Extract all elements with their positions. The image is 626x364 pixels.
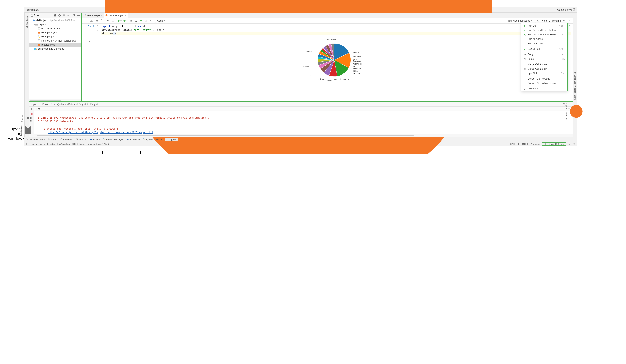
- ctx-debug[interactable]: Debug Cell⌥⇧↩: [521, 47, 567, 51]
- rail-jupyter-variables[interactable]: Jupyter Variables: [565, 103, 585, 120]
- status-lock-icon[interactable]: [568, 143, 571, 145]
- ws-collapse-icon[interactable]: [67, 14, 70, 17]
- stop-button[interactable]: [129, 19, 133, 23]
- bt-problems[interactable]: Problems: [60, 138, 73, 141]
- ctx-to-code[interactable]: Convert Cell to Code: [521, 77, 567, 81]
- copy-button[interactable]: [95, 19, 99, 23]
- tree-file[interactable]: libraries_by_python_version.csv: [29, 39, 81, 43]
- tree-file[interactable]: doc-analytics.csv: [29, 27, 81, 31]
- svg-rect-3: [31, 15, 33, 16]
- status-gear-icon[interactable]: [573, 143, 576, 145]
- status-encoding[interactable]: UTF-8: [522, 143, 528, 145]
- ws-gear-icon[interactable]: [72, 14, 76, 17]
- workspace-scrollbar[interactable]: [29, 99, 81, 101]
- pie-label: os: [309, 75, 311, 77]
- collapse-output-icon[interactable]: ⌄: [83, 39, 96, 42]
- jtw-scrollbar[interactable]: [35, 134, 573, 137]
- rail-database[interactable]: Database: [574, 72, 576, 84]
- trash-button[interactable]: [144, 19, 148, 23]
- breadcrumb-file[interactable]: example.ipynb: [557, 8, 572, 11]
- run-button[interactable]: [118, 19, 122, 23]
- status-le[interactable]: LF: [517, 143, 520, 145]
- svg-point-27: [524, 49, 525, 50]
- tab-example-ipynb[interactable]: example.ipynb×: [104, 13, 128, 18]
- tree-file-selected[interactable]: reports.ipynb: [29, 43, 81, 47]
- ctx-copy[interactable]: Copy⌘C: [521, 52, 567, 57]
- ctx-run-select[interactable]: Run Cell and Select Below⇧↩: [521, 32, 567, 37]
- bt-jupyter[interactable]: Jupyter: [165, 138, 178, 141]
- ws-expand-icon[interactable]: [62, 14, 66, 17]
- popout-icon[interactable]: [572, 8, 575, 11]
- ctx-run-insert[interactable]: Run Cell and Insert Below: [521, 28, 567, 32]
- pie-label: pandas: [305, 50, 312, 52]
- server-dropdown[interactable]: http://localhost:8888: [507, 19, 534, 23]
- add-cell-button[interactable]: [83, 19, 87, 23]
- close-icon[interactable]: ×: [101, 14, 102, 17]
- code-cell[interactable]: In 8 123 import matplotlib.pyplot as plt…: [82, 24, 573, 38]
- jtw-run-icon[interactable]: [30, 108, 33, 111]
- rail-notifications[interactable]: Notifications: [574, 85, 576, 100]
- bt-rconsole[interactable]: R Console: [126, 138, 140, 141]
- ipynb-icon: [105, 14, 108, 16]
- jtw-log[interactable]: [I 12:58:15.692 NotebookApp] Use Control…: [35, 111, 573, 134]
- ctx-paste[interactable]: Paste⌘V: [521, 57, 567, 61]
- jtw-file-link[interactable]: file:///Users/jetbrains/Library/Jupyter/…: [48, 131, 154, 134]
- rail-structure[interactable]: Structure: [21, 114, 33, 123]
- move-down-button[interactable]: [111, 19, 115, 23]
- run-all-button[interactable]: [139, 19, 143, 23]
- bt-todo[interactable]: TODO: [47, 138, 57, 141]
- cell-type-dropdown[interactable]: Code: [155, 19, 167, 23]
- ctx-run-below[interactable]: Run All Below: [521, 41, 567, 46]
- trash-icon: [523, 87, 526, 90]
- ctx-split[interactable]: Split Cell⇧⌘-: [521, 71, 567, 76]
- debug-button[interactable]: [122, 19, 126, 23]
- ctx-run-above[interactable]: Run All Above: [521, 37, 567, 41]
- svg-rect-4: [54, 14, 55, 15]
- left-rail: Workspace: [25, 13, 29, 102]
- ws-save-icon[interactable]: [53, 14, 57, 17]
- cut-button[interactable]: [90, 19, 94, 23]
- status-indent[interactable]: 4 spaces: [531, 143, 540, 145]
- clear-button[interactable]: [149, 19, 153, 23]
- breadcrumb-project[interactable]: dsProject: [27, 8, 38, 11]
- svg-rect-50: [27, 143, 28, 145]
- tree-reports[interactable]: › reports: [29, 22, 81, 27]
- tree-file[interactable]: example.ipynb: [29, 31, 81, 35]
- rail-workspace[interactable]: Workspace: [26, 14, 28, 28]
- ctx-delete[interactable]: Delete Cell: [521, 86, 567, 91]
- svg-point-54: [574, 143, 575, 144]
- status-tool-window-icon[interactable]: [26, 143, 29, 145]
- circle-icon: [537, 19, 540, 22]
- tabs-more-icon[interactable]: ⋮: [567, 14, 573, 17]
- status-python-env[interactable]: Python 3.9 (base): [542, 142, 566, 146]
- tree-root[interactable]: ⌄ dsProject http://localhost:8888 from: [29, 18, 81, 22]
- ws-hide-icon[interactable]: —: [77, 14, 80, 17]
- workspace-tree[interactable]: ⌄ dsProject http://localhost:8888 from ›…: [29, 18, 81, 99]
- paste-button[interactable]: [99, 19, 103, 23]
- ctx-to-md[interactable]: Convert Cell to Markdown: [521, 81, 567, 85]
- restart-button[interactable]: [134, 19, 138, 23]
- bt-pyconsole[interactable]: Python Console: [143, 138, 162, 141]
- rail-bookmarks[interactable]: Bookmarks: [20, 125, 34, 136]
- bt-terminal[interactable]: Terminal: [75, 138, 87, 141]
- status-caret[interactable]: 8:10: [510, 143, 515, 145]
- bt-rjobs[interactable]: R Jobs: [90, 138, 100, 141]
- kernel-dropdown[interactable]: Python 3 (ipykernel): [535, 19, 566, 23]
- toolbar-more-icon[interactable]: »: [567, 19, 571, 23]
- move-up-button[interactable]: [106, 19, 110, 23]
- ctx-run-cell[interactable]: Run Cell⌥⇧↩: [521, 24, 567, 28]
- cell-code[interactable]: import matplotlib.pyplot as plt plt.pie(…: [100, 25, 571, 36]
- bt-pypkg[interactable]: Python Packages: [103, 138, 123, 141]
- tree-file[interactable]: example.py: [29, 35, 81, 39]
- ctx-merge-above[interactable]: Merge Cell Above: [521, 62, 567, 67]
- tab-example-py[interactable]: example.py×: [83, 13, 104, 18]
- bt-vcs[interactable]: Version Control: [26, 138, 44, 141]
- jtw-log-tab[interactable]: Log: [35, 107, 573, 111]
- close-icon[interactable]: ×: [125, 14, 126, 16]
- pie-label: scipy: [327, 79, 332, 81]
- svg-point-17: [106, 14, 107, 16]
- tree-scratches[interactable]: Scratches and Consoles: [29, 47, 81, 51]
- ctx-merge-below[interactable]: Merge Cell Below: [521, 67, 567, 71]
- ws-locate-icon[interactable]: [58, 14, 61, 17]
- lower-left-rail: Bookmarks Structure: [25, 102, 29, 137]
